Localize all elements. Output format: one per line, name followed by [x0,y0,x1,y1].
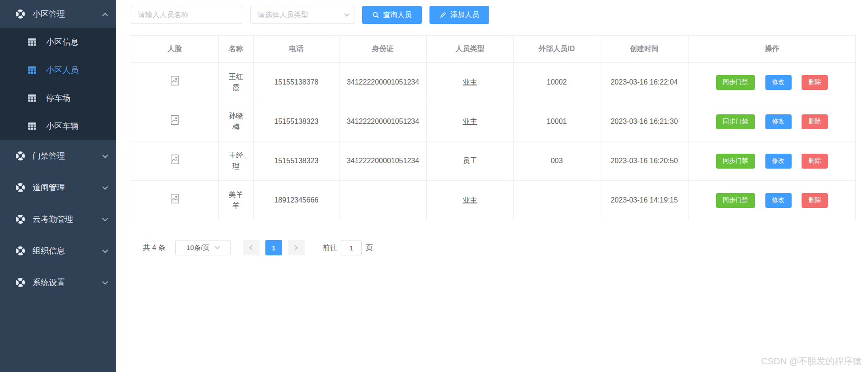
goto-label: 前往 [323,243,337,253]
cell-name: 美羊羊 [219,181,254,220]
edit-button[interactable]: 修改 [765,114,792,129]
chevron-left-icon [250,245,255,250]
sidebar-group-community-mgmt: 小区管理 小区信息 小区人员 [0,0,116,140]
sidebar-group-barrier-gate: 道闸管理 [0,172,116,203]
page-unit-label: 页 [366,243,373,253]
delete-button[interactable]: 删除 [802,75,828,90]
sidebar-item-barrier-gate-mgmt[interactable]: 道闸管理 [0,172,116,203]
main-content: 请选择人员类型 查询人员 添加人员 [116,0,868,372]
sidebar-item-label: 小区人员 [46,65,79,75]
compass-icon [15,151,25,160]
chevron-right-icon [293,245,298,250]
table-grid-icon [27,38,37,46]
cell-name: 孙晓梅 [219,102,254,141]
sidebar-item-community-mgmt[interactable]: 小区管理 [0,0,116,28]
page-number-button[interactable]: 1 [265,240,282,255]
table-header-row: 人脸 名称 电话 身份证 人员类型 外部人员ID 创建时间 操作 [131,36,856,63]
add-person-button[interactable]: 添加人员 [429,6,489,24]
table-grid-icon [27,66,37,74]
table-row: 孙晓梅 15155138323 341222200001051234 业主 10… [131,102,856,141]
chevron-down-icon [102,216,108,221]
search-icon [372,11,379,19]
column-header-actions: 操作 [689,36,856,63]
image-placeholder-icon [171,155,179,164]
prev-page-button[interactable] [243,240,259,255]
cell-idcard [340,181,427,220]
cell-person-type: 业主 [427,63,514,102]
delete-button[interactable]: 删除 [802,193,828,208]
sidebar-submenu: 小区信息 小区人员 停车场 [0,28,116,140]
cell-face [131,181,219,220]
chevron-up-icon [102,13,108,19]
cell-phone: 15155138323 [254,141,340,181]
sync-access-button[interactable]: 同步门禁 [716,75,755,90]
cell-created-at: 2023-03-16 16:22:04 [600,63,689,102]
sidebar-item-label: 小区车辆 [46,121,79,132]
sync-access-button[interactable]: 同步门禁 [716,114,755,129]
compass-icon [15,278,25,287]
sidebar-group-system-settings: 系统设置 [0,267,116,298]
table-row: 美羊羊 18912345666 业主 2023-03-16 14:19:15 同… [131,181,856,220]
sidebar-item-organization-info[interactable]: 组织信息 [0,235,116,267]
table-grid-icon [27,122,37,130]
sidebar-item-system-settings[interactable]: 系统设置 [0,267,116,298]
sync-access-button[interactable]: 同步门禁 [716,154,755,169]
toolbar: 请选择人员类型 查询人员 添加人员 [131,6,868,24]
column-header-type: 人员类型 [427,36,514,63]
cell-created-at: 2023-03-16 14:19:15 [600,181,689,220]
delete-button[interactable]: 删除 [802,114,828,129]
sync-access-button[interactable]: 同步门禁 [716,193,755,208]
sidebar-item-cloud-attendance-mgmt[interactable]: 云考勤管理 [0,203,116,235]
image-placeholder-icon [171,76,179,85]
sidebar-group-organization: 组织信息 [0,235,116,267]
chevron-down-icon [102,279,108,285]
next-page-button[interactable] [288,240,305,255]
cell-person-type: 业主 [427,181,514,220]
sidebar-item-access-control-mgmt[interactable]: 门禁管理 [0,140,116,172]
delete-button[interactable]: 删除 [802,154,828,169]
person-type-select[interactable]: 请选择人员类型 [250,6,354,24]
edit-button[interactable]: 修改 [765,193,792,208]
compass-icon [15,246,25,255]
cell-idcard: 341222200001051234 [340,63,427,102]
goto-page-input[interactable] [341,240,362,255]
cell-phone: 18912345666 [254,181,340,220]
cell-created-at: 2023-03-16 16:21:30 [600,102,689,141]
sidebar-group-cloud-attendance: 云考勤管理 [0,203,116,235]
personnel-table: 人脸 名称 电话 身份证 人员类型 外部人员ID 创建时间 操作 王红霞 151… [131,35,856,220]
column-header-created-at: 创建时间 [600,36,689,63]
sidebar-item-community-personnel[interactable]: 小区人员 [0,56,116,84]
cell-actions: 同步门禁 修改 删除 [689,63,856,102]
cell-person-type: 员工 [427,141,514,181]
cell-created-at: 2023-03-16 16:20:50 [600,141,689,181]
table-row: 王红霞 15155138378 341222200001051234 业主 10… [131,63,856,102]
sidebar-item-community-vehicles[interactable]: 小区车辆 [0,112,116,140]
sidebar-item-parking-lot[interactable]: 停车场 [0,84,116,112]
pagination: 共 4 条 10条/页 1 前往 页 [143,240,868,255]
cell-actions: 同步门禁 修改 删除 [689,181,856,220]
app-root: 小区管理 小区信息 小区人员 [0,0,868,372]
edit-button[interactable]: 修改 [765,154,792,169]
cell-phone: 15155138378 [254,63,340,102]
person-type-select-placeholder: 请选择人员类型 [258,10,308,20]
page-size-value: 10条/页 [186,244,209,252]
sidebar-item-label: 门禁管理 [33,151,103,161]
cell-face [131,102,219,141]
sidebar-item-label: 小区信息 [46,37,79,47]
sidebar-item-community-info[interactable]: 小区信息 [0,28,116,56]
chevron-down-icon [215,244,220,249]
watermark: CSDN @不脱发的程序猿 [761,355,862,367]
column-header-name: 名称 [219,36,254,63]
sidebar-item-label: 道闸管理 [33,182,103,193]
compass-icon [15,215,25,224]
chevron-down-icon [344,11,349,16]
person-name-input[interactable] [131,6,242,24]
cell-external-id [514,181,600,220]
chevron-down-icon [102,184,108,190]
search-person-button[interactable]: 查询人员 [362,6,422,24]
edit-button[interactable]: 修改 [765,75,792,90]
sidebar-item-label: 云考勤管理 [33,214,103,225]
page-size-select[interactable]: 10条/页 [175,240,231,255]
compass-icon [15,9,25,19]
column-header-idcard: 身份证 [340,36,427,63]
